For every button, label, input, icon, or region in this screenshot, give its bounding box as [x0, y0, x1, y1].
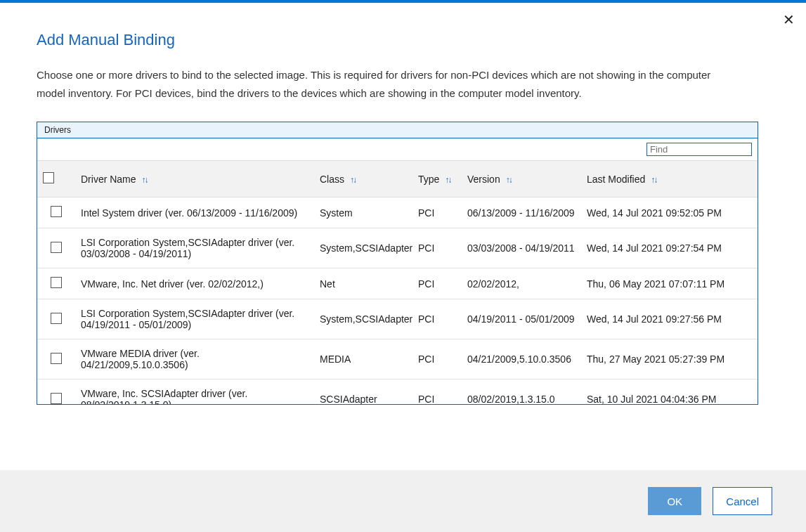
- table-row[interactable]: LSI Corporation System,SCSIAdapter drive…: [37, 299, 758, 339]
- header-version[interactable]: Version↑↓: [462, 161, 581, 197]
- checkbox-icon[interactable]: [43, 172, 54, 183]
- find-bar: [37, 138, 758, 161]
- cell-driver-name: Intel System driver (ver. 06/13/2009 - 1…: [75, 197, 314, 228]
- row-checkbox[interactable]: [51, 206, 62, 217]
- cancel-button[interactable]: Cancel: [713, 487, 772, 515]
- header-last-modified[interactable]: Last Modified↑↓: [581, 161, 758, 197]
- header-class[interactable]: Class↑↓: [314, 161, 412, 197]
- sort-icon: ↑↓: [506, 175, 512, 185]
- cell-class: Net: [314, 268, 412, 299]
- cell-last-modified: Sat, 10 Jul 2021 04:04:36 PM: [581, 379, 758, 405]
- cell-version: 02/02/2012,: [462, 268, 581, 299]
- panel-label: Drivers: [37, 122, 758, 138]
- header-driver-name[interactable]: Driver Name↑↓: [75, 161, 314, 197]
- drivers-table: Driver Name↑↓ Class↑↓ Type↑↓ Version↑↓ L…: [37, 161, 758, 404]
- cell-version: 08/02/2019,1.3.15.0: [462, 379, 581, 405]
- row-checkbox[interactable]: [51, 313, 62, 324]
- header-label: Class: [320, 174, 344, 185]
- cell-version: 06/13/2009 - 11/16/2009: [462, 197, 581, 228]
- cell-last-modified: Wed, 14 Jul 2021 09:27:54 PM: [581, 228, 758, 268]
- header-label: Driver Name: [81, 174, 136, 185]
- table-row[interactable]: VMware, Inc. Net driver (ver. 02/02/2012…: [37, 268, 758, 299]
- cell-driver-name: LSI Corporation System,SCSIAdapter drive…: [75, 228, 314, 268]
- table-header-row: Driver Name↑↓ Class↑↓ Type↑↓ Version↑↓ L…: [37, 161, 758, 197]
- drivers-grid-scroll[interactable]: Driver Name↑↓ Class↑↓ Type↑↓ Version↑↓ L…: [37, 161, 758, 404]
- content-scroll[interactable]: Add Manual Binding Choose one or more dr…: [37, 31, 772, 470]
- row-checkbox[interactable]: [51, 242, 62, 253]
- drivers-panel: Drivers Driver Name↑↓ Class↑↓: [37, 122, 758, 405]
- table-row[interactable]: VMware MEDIA driver (ver. 04/21/2009,5.1…: [37, 339, 758, 379]
- row-checkbox[interactable]: [51, 393, 62, 404]
- cell-driver-name: LSI Corporation System,SCSIAdapter drive…: [75, 299, 314, 339]
- cell-driver-name: VMware, Inc. SCSIAdapter driver (ver. 08…: [75, 379, 314, 405]
- cell-type: PCI: [412, 268, 462, 299]
- sort-icon: ↑↓: [350, 175, 356, 185]
- cell-class: System,SCSIAdapter: [314, 228, 412, 268]
- cell-version: 04/21/2009,5.10.0.3506: [462, 339, 581, 379]
- table-row[interactable]: VMware, Inc. SCSIAdapter driver (ver. 08…: [37, 379, 758, 405]
- dialog-description: Choose one or more drivers to bind to th…: [37, 66, 718, 102]
- table-row[interactable]: Intel System driver (ver. 06/13/2009 - 1…: [37, 197, 758, 228]
- cell-type: PCI: [412, 299, 462, 339]
- dialog-body: Add Manual Binding Choose one or more dr…: [0, 3, 806, 470]
- row-checkbox[interactable]: [51, 277, 62, 288]
- header-select-all[interactable]: [37, 161, 75, 197]
- cell-last-modified: Wed, 14 Jul 2021 09:52:05 PM: [581, 197, 758, 228]
- ok-button[interactable]: OK: [648, 487, 701, 515]
- cell-type: PCI: [412, 228, 462, 268]
- sort-icon: ↑↓: [651, 175, 656, 185]
- find-input[interactable]: [646, 143, 752, 156]
- cell-version: 04/19/2011 - 05/01/2009: [462, 299, 581, 339]
- cell-driver-name: VMware MEDIA driver (ver. 04/21/2009,5.1…: [75, 339, 314, 379]
- header-label: Version: [467, 174, 500, 185]
- cell-class: MEDIA: [314, 339, 412, 379]
- cell-class: SCSIAdapter: [314, 379, 412, 405]
- cell-class: System,SCSIAdapter: [314, 299, 412, 339]
- dialog-title: Add Manual Binding: [37, 31, 758, 49]
- sort-icon: ↑↓: [445, 175, 450, 185]
- close-button[interactable]: ✕: [783, 13, 795, 27]
- cell-class: System: [314, 197, 412, 228]
- sort-icon: ↑↓: [142, 175, 148, 185]
- cell-version: 03/03/2008 - 04/19/2011: [462, 228, 581, 268]
- cell-type: PCI: [412, 339, 462, 379]
- header-label: Type: [418, 174, 439, 185]
- cell-driver-name: VMware, Inc. Net driver (ver. 02/02/2012…: [75, 268, 314, 299]
- header-type[interactable]: Type↑↓: [412, 161, 462, 197]
- header-label: Last Modified: [587, 174, 645, 185]
- table-row[interactable]: LSI Corporation System,SCSIAdapter drive…: [37, 228, 758, 268]
- cell-last-modified: Thu, 27 May 2021 05:27:39 PM: [581, 339, 758, 379]
- row-checkbox[interactable]: [51, 353, 62, 364]
- dialog-window: ✕ Add Manual Binding Choose one or more …: [0, 0, 806, 532]
- cell-last-modified: Wed, 14 Jul 2021 09:27:56 PM: [581, 299, 758, 339]
- cell-type: PCI: [412, 197, 462, 228]
- cell-last-modified: Thu, 06 May 2021 07:07:11 PM: [581, 268, 758, 299]
- cell-type: PCI: [412, 379, 462, 405]
- dialog-footer: OK Cancel: [0, 470, 806, 532]
